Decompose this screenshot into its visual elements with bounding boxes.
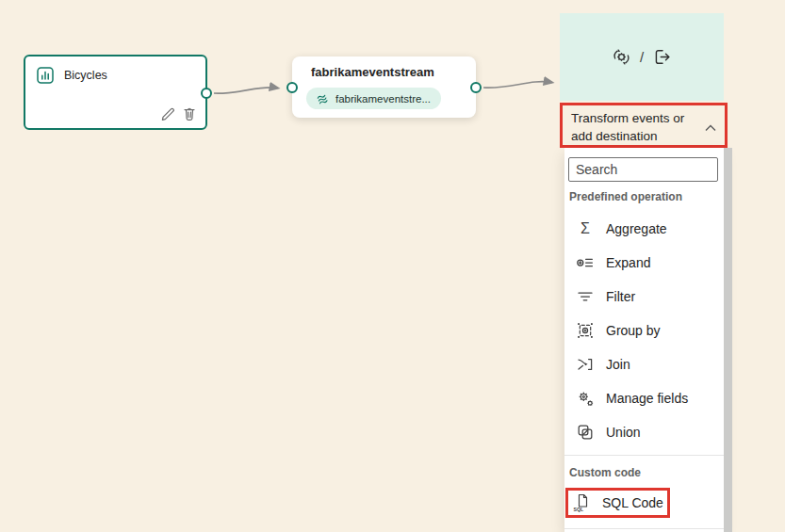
sql-document-icon: SQL: [572, 493, 591, 512]
menu-item-filter[interactable]: Filter: [564, 280, 724, 314]
menu-item-label: SQL Code: [602, 495, 663, 510]
menu-item-label: Filter: [606, 289, 635, 304]
transform-menu-title: Transform events or add destination: [571, 109, 695, 145]
menu-item-join[interactable]: Join: [564, 347, 724, 381]
trash-icon[interactable]: [182, 105, 197, 121]
menu-item-group-by[interactable]: Group by: [564, 314, 724, 347]
menu-divider: [564, 528, 724, 529]
source-node-title: Bicycles: [64, 69, 107, 82]
group-frame-icon: [576, 321, 595, 340]
filter-lines-icon: [576, 287, 595, 306]
menu-item-label: Expand: [606, 255, 650, 270]
edge-stream-to-destination: [483, 82, 552, 89]
manage-fields-gears-icon: [576, 389, 595, 408]
union-overlap-squares-icon: [576, 423, 595, 442]
menu-item-label: Join: [606, 357, 630, 372]
eventstream-editor-canvas: Bicycles fabrikameventstream: [0, 0, 785, 532]
menu-item-aggregate[interactable]: Σ Aggregate: [564, 212, 724, 246]
export-arrow-icon: [652, 47, 672, 67]
eventstream-node[interactable]: fabrikameventstream fabrikameventstre...: [292, 56, 476, 118]
icon-separator: /: [640, 49, 644, 65]
eventstream-badge[interactable]: fabrikameventstre...: [306, 88, 441, 109]
gear-sync-icon: [612, 47, 631, 67]
svg-text:SQL: SQL: [574, 507, 584, 512]
source-node-titlerow: Bicycles: [37, 67, 107, 84]
eventstream-node-title: fabrikameventstream: [311, 65, 434, 79]
menu-item-label: Group by: [606, 323, 661, 338]
node-action-bar: [159, 105, 197, 121]
menu-item-label: Aggregate: [606, 221, 667, 236]
section-label-predefined: Predefined operation: [569, 190, 682, 203]
scrollbar[interactable]: [724, 148, 732, 532]
annotation-highlight-header: Transform events or add destination: [560, 103, 728, 148]
sigma-icon: Σ: [576, 219, 595, 238]
eventstream-badge-label: fabrikameventstre...: [335, 93, 431, 105]
menu-item-label: Union: [606, 425, 641, 440]
transform-menu-toggle[interactable]: Transform events or add destination: [563, 105, 725, 145]
edge-source-to-stream: [214, 88, 278, 93]
destination-placeholder-node[interactable]: /: [560, 13, 724, 101]
stream-waves-icon: [317, 92, 330, 105]
section-label-custom-code: Custom code: [569, 466, 641, 479]
join-merge-icon: [576, 355, 595, 374]
source-node-bicycles[interactable]: Bicycles: [24, 55, 207, 130]
menu-item-union[interactable]: Union: [564, 415, 724, 449]
menu-item-manage-fields[interactable]: Manage fields: [564, 381, 724, 415]
menu-divider: [564, 455, 724, 456]
expand-list-icon: [576, 253, 595, 272]
stream-output-port[interactable]: [470, 82, 482, 93]
transform-menu-panel: Predefined operation Σ Aggregate Expand: [564, 148, 724, 532]
bar-chart-icon: [37, 67, 54, 84]
menu-item-label: Manage fields: [606, 391, 688, 406]
annotation-highlight-sql-code: SQL SQL Code: [565, 488, 670, 518]
source-output-port[interactable]: [201, 88, 212, 99]
menu-item-expand[interactable]: Expand: [564, 246, 724, 280]
search-input[interactable]: [568, 157, 718, 182]
menu-item-sql-code[interactable]: SQL SQL Code: [568, 491, 667, 515]
chevron-up-icon[interactable]: [704, 123, 717, 133]
stream-input-port[interactable]: [286, 82, 298, 93]
pencil-icon[interactable]: [159, 105, 174, 121]
